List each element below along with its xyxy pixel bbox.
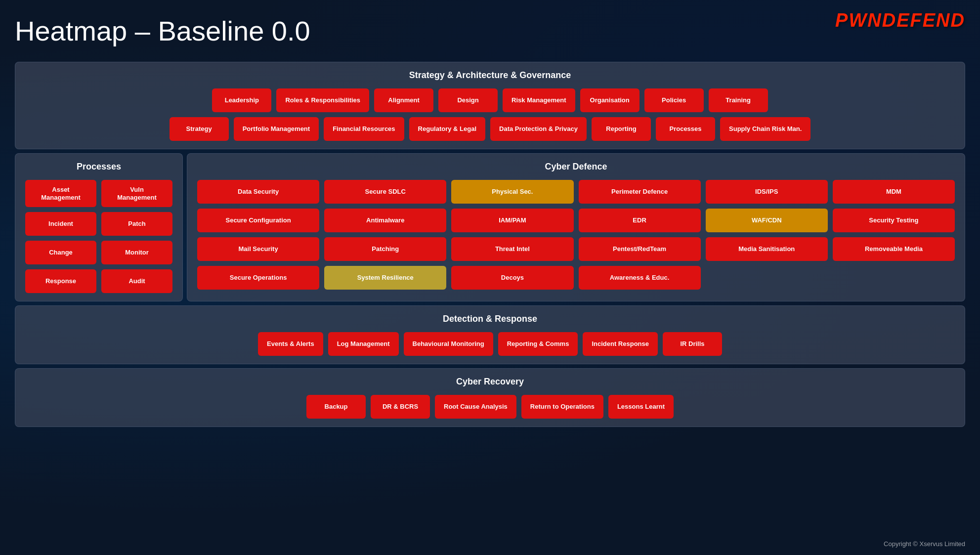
btn-audit[interactable]: Audit [101,269,172,293]
btn-mdm[interactable]: MDM [833,180,955,204]
recovery-section: Cyber Recovery Backup DR & BCRS Root Cau… [15,368,965,427]
btn-asset-mgmt[interactable]: Asset Management [25,180,96,207]
btn-supply-chain[interactable]: Supply Chain Risk Man. [720,117,810,141]
btn-monitor[interactable]: Monitor [101,241,172,264]
btn-system-res[interactable]: System Resilience [324,266,446,290]
btn-secure-ops[interactable]: Secure Operations [197,266,319,290]
strategy-row1: Leadership Roles & Responsibilities Alig… [25,88,955,112]
btn-root-cause[interactable]: Root Cause Analysis [435,395,516,419]
btn-return-ops[interactable]: Return to Operations [521,395,603,419]
middle-row: Processes Asset Management Vuln Manageme… [15,153,965,301]
strategy-section: Strategy & Architecture & Governance Lea… [15,62,965,149]
btn-vuln-mgmt[interactable]: Vuln Management [101,180,172,207]
btn-physical-sec[interactable]: Physical Sec. [451,180,573,204]
btn-threat-intel[interactable]: Threat Intel [451,237,573,261]
copyright: Copyright © Xservus Limited [884,540,965,548]
btn-patching[interactable]: Patching [324,237,446,261]
btn-secure-config[interactable]: Secure Configuration [197,209,319,232]
recovery-title: Cyber Recovery [25,377,955,387]
cyber-defence-grid: Data Security Secure SDLC Physical Sec. … [197,180,955,290]
btn-financial[interactable]: Financial Resources [324,117,404,141]
btn-incident-response[interactable]: Incident Response [583,332,658,356]
btn-organisation[interactable]: Organisation [580,88,639,112]
cyber-defence-title: Cyber Defence [197,162,955,172]
processes-title: Processes [25,162,172,172]
btn-strategy[interactable]: Strategy [170,117,229,141]
btn-edr[interactable]: EDR [579,209,701,232]
logo: PWNDEFEND [835,10,965,31]
btn-data-security[interactable]: Data Security [197,180,319,204]
cyber-defence-section: Cyber Defence Data Security Secure SDLC … [187,153,965,301]
btn-antimalware[interactable]: Antimalware [324,209,446,232]
btn-perimeter[interactable]: Perimeter Defence [579,180,701,204]
btn-leadership[interactable]: Leadership [212,88,271,112]
btn-design[interactable]: Design [438,88,498,112]
btn-ir-drills[interactable]: IR Drills [663,332,722,356]
btn-data-protection[interactable]: Data Protection & Privacy [490,117,587,141]
btn-roles[interactable]: Roles & Responsibilities [276,88,369,112]
btn-pentest[interactable]: Pentest/RedTeam [579,237,701,261]
page-title: Heatmap – Baseline 0.0 [15,15,965,47]
btn-dr-bcrs[interactable]: DR & BCRS [371,395,430,419]
btn-reporting-comms[interactable]: Reporting & Comms [498,332,578,356]
btn-portfolio[interactable]: Portfolio Management [234,117,319,141]
detection-section: Detection & Response Events & Alerts Log… [15,305,965,364]
btn-backup[interactable]: Backup [306,395,366,419]
btn-incident[interactable]: Incident [25,212,96,236]
btn-processes-strat[interactable]: Processes [656,117,715,141]
btn-secure-sdlc[interactable]: Secure SDLC [324,180,446,204]
processes-grid: Asset Management Vuln Management Inciden… [25,180,172,293]
btn-ids-ips[interactable]: IDS/IPS [706,180,828,204]
btn-policies[interactable]: Policies [644,88,704,112]
btn-alignment[interactable]: Alignment [374,88,433,112]
btn-security-testing[interactable]: Security Testing [833,209,955,232]
btn-change[interactable]: Change [25,241,96,264]
processes-section: Processes Asset Management Vuln Manageme… [15,153,183,301]
btn-behavioural[interactable]: Behavioural Monitoring [404,332,493,356]
strategy-title: Strategy & Architecture & Governance [25,70,955,81]
btn-media-san[interactable]: Media Sanitisation [706,237,828,261]
btn-mail-security[interactable]: Mail Security [197,237,319,261]
btn-regulatory[interactable]: Regulatory & Legal [409,117,485,141]
btn-awareness[interactable]: Awareness & Educ. [579,266,701,290]
btn-iam-pam[interactable]: IAM/PAM [451,209,573,232]
btn-decoys[interactable]: Decoys [451,266,573,290]
btn-log-mgmt[interactable]: Log Management [328,332,399,356]
btn-lessons[interactable]: Lessons Learnt [608,395,674,419]
btn-removeable[interactable]: Removeable Media [833,237,955,261]
recovery-grid: Backup DR & BCRS Root Cause Analysis Ret… [25,395,955,419]
main-container: Strategy & Architecture & Governance Lea… [15,62,965,427]
btn-waf-cdn[interactable]: WAF/CDN [706,209,828,232]
btn-risk-management[interactable]: Risk Management [503,88,575,112]
btn-patch[interactable]: Patch [101,212,172,236]
btn-reporting[interactable]: Reporting [592,117,651,141]
detection-grid: Events & Alerts Log Management Behaviour… [25,332,955,356]
strategy-row2: Strategy Portfolio Management Financial … [25,117,955,141]
btn-events-alerts[interactable]: Events & Alerts [258,332,323,356]
btn-training[interactable]: Training [709,88,768,112]
detection-title: Detection & Response [25,314,955,324]
btn-response[interactable]: Response [25,269,96,293]
